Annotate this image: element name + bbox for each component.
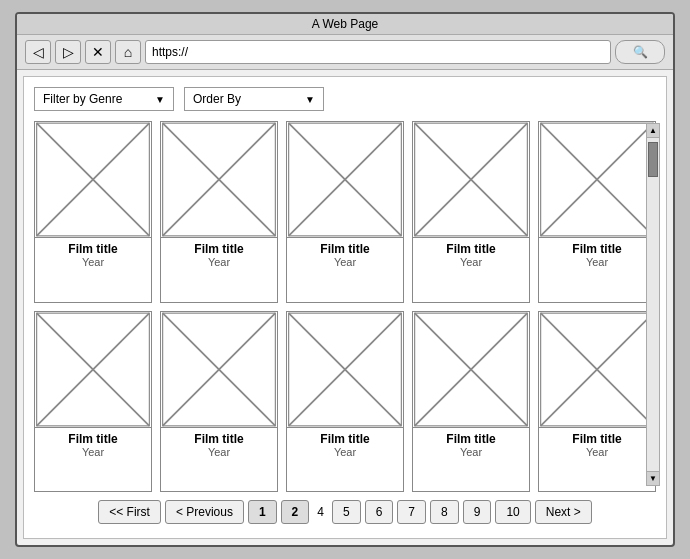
film-thumbnail bbox=[161, 312, 277, 428]
film-card[interactable]: Film title Year bbox=[34, 121, 152, 303]
film-info: Film title Year bbox=[413, 238, 529, 272]
film-card[interactable]: Film title Year bbox=[160, 311, 278, 493]
film-card[interactable]: Film title Year bbox=[538, 311, 656, 493]
film-thumbnail bbox=[539, 312, 655, 428]
film-year: Year bbox=[419, 446, 523, 458]
title-bar: A Web Page bbox=[17, 14, 673, 35]
film-info: Film title Year bbox=[287, 428, 403, 462]
first-button[interactable]: << First bbox=[98, 500, 161, 524]
ellipsis: 4 bbox=[313, 505, 328, 519]
film-thumbnail bbox=[413, 122, 529, 238]
scrollbar-thumb[interactable] bbox=[648, 142, 658, 177]
films-grid: Film title Year Film title Year bbox=[34, 121, 656, 492]
next-button[interactable]: Next > bbox=[535, 500, 592, 524]
page-1-button[interactable]: 1 bbox=[248, 500, 277, 524]
film-info: Film title Year bbox=[287, 238, 403, 272]
film-thumbnail bbox=[35, 312, 151, 428]
stop-button[interactable]: ✕ bbox=[85, 40, 111, 64]
page-10-button[interactable]: 10 bbox=[495, 500, 530, 524]
film-year: Year bbox=[293, 256, 397, 268]
genre-filter[interactable]: Filter by Genre ▼ bbox=[34, 87, 174, 111]
scrollbar-up-arrow[interactable]: ▲ bbox=[647, 124, 659, 138]
page-6-button[interactable]: 6 bbox=[365, 500, 394, 524]
address-bar[interactable] bbox=[145, 40, 611, 64]
genre-dropdown-arrow: ▼ bbox=[155, 94, 165, 105]
back-icon: ◁ bbox=[33, 44, 44, 60]
toolbar: ◁ ▷ ✕ ⌂ 🔍 bbox=[17, 35, 673, 70]
film-card[interactable]: Film title Year bbox=[412, 311, 530, 493]
film-year: Year bbox=[293, 446, 397, 458]
order-filter[interactable]: Order By ▼ bbox=[184, 87, 324, 111]
film-title: Film title bbox=[419, 432, 523, 446]
film-title: Film title bbox=[293, 242, 397, 256]
film-year: Year bbox=[41, 256, 145, 268]
stop-icon: ✕ bbox=[92, 44, 104, 60]
home-icon: ⌂ bbox=[124, 44, 132, 60]
browser-window: A Web Page ◁ ▷ ✕ ⌂ 🔍 Filter by Genre ▼ O… bbox=[15, 12, 675, 547]
film-info: Film title Year bbox=[35, 428, 151, 462]
home-button[interactable]: ⌂ bbox=[115, 40, 141, 64]
film-title: Film title bbox=[293, 432, 397, 446]
film-card[interactable]: Film title Year bbox=[412, 121, 530, 303]
film-title: Film title bbox=[545, 242, 649, 256]
film-year: Year bbox=[167, 256, 271, 268]
genre-filter-label: Filter by Genre bbox=[43, 92, 122, 106]
film-year: Year bbox=[419, 256, 523, 268]
film-thumbnail bbox=[413, 312, 529, 428]
previous-button[interactable]: < Previous bbox=[165, 500, 244, 524]
film-title: Film title bbox=[419, 242, 523, 256]
page-5-button[interactable]: 5 bbox=[332, 500, 361, 524]
film-thumbnail bbox=[35, 122, 151, 238]
film-year: Year bbox=[167, 446, 271, 458]
film-thumbnail bbox=[539, 122, 655, 238]
film-year: Year bbox=[545, 256, 649, 268]
film-thumbnail bbox=[161, 122, 277, 238]
scrollbar-down-arrow[interactable]: ▼ bbox=[647, 471, 659, 485]
forward-button[interactable]: ▷ bbox=[55, 40, 81, 64]
page-2-button[interactable]: 2 bbox=[281, 500, 310, 524]
search-button[interactable]: 🔍 bbox=[615, 40, 665, 64]
film-year: Year bbox=[41, 446, 145, 458]
film-info: Film title Year bbox=[161, 238, 277, 272]
film-thumbnail bbox=[287, 312, 403, 428]
film-info: Film title Year bbox=[161, 428, 277, 462]
film-info: Film title Year bbox=[413, 428, 529, 462]
film-title: Film title bbox=[167, 242, 271, 256]
page-8-button[interactable]: 8 bbox=[430, 500, 459, 524]
search-icon: 🔍 bbox=[633, 45, 648, 59]
film-info: Film title Year bbox=[539, 428, 655, 462]
page-title: A Web Page bbox=[312, 17, 379, 31]
film-card[interactable]: Film title Year bbox=[34, 311, 152, 493]
film-info: Film title Year bbox=[539, 238, 655, 272]
scrollbar[interactable]: ▲ ▼ bbox=[646, 123, 660, 486]
film-card[interactable]: Film title Year bbox=[286, 311, 404, 493]
film-year: Year bbox=[545, 446, 649, 458]
pagination-row: << First < Previous 1 2 4 5 6 7 8 9 10 N… bbox=[34, 492, 656, 528]
page-7-button[interactable]: 7 bbox=[397, 500, 426, 524]
back-button[interactable]: ◁ bbox=[25, 40, 51, 64]
film-card[interactable]: Film title Year bbox=[160, 121, 278, 303]
film-title: Film title bbox=[545, 432, 649, 446]
film-info: Film title Year bbox=[35, 238, 151, 272]
film-title: Film title bbox=[167, 432, 271, 446]
film-title: Film title bbox=[41, 242, 145, 256]
order-filter-label: Order By bbox=[193, 92, 241, 106]
film-title: Film title bbox=[41, 432, 145, 446]
content-area: Filter by Genre ▼ Order By ▼ Film title … bbox=[23, 76, 667, 539]
forward-icon: ▷ bbox=[63, 44, 74, 60]
page-9-button[interactable]: 9 bbox=[463, 500, 492, 524]
film-thumbnail bbox=[287, 122, 403, 238]
filters-row: Filter by Genre ▼ Order By ▼ bbox=[34, 87, 656, 111]
order-dropdown-arrow: ▼ bbox=[305, 94, 315, 105]
film-card[interactable]: Film title Year bbox=[538, 121, 656, 303]
film-card[interactable]: Film title Year bbox=[286, 121, 404, 303]
